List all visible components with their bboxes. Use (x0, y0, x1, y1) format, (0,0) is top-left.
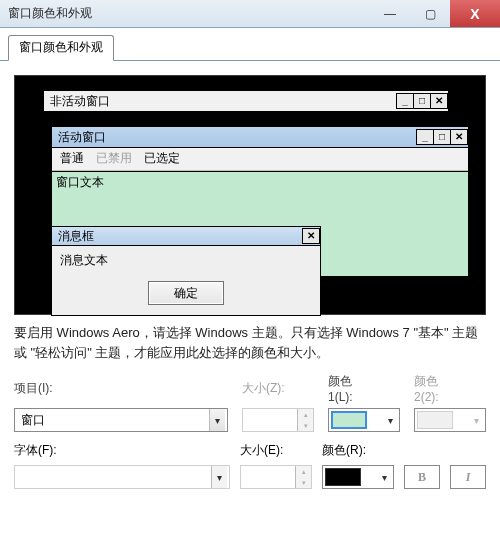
instruction-text: 要启用 Windows Aero，请选择 Windows 主题。只有选择 Win… (14, 315, 486, 373)
size-spinner: ▴▾ (242, 408, 314, 432)
menu-selected: 已选定 (144, 150, 180, 167)
item-combo-value: 窗口 (21, 412, 45, 429)
window-controls: — ▢ X (370, 0, 500, 27)
ok-label: 确定 (174, 285, 198, 302)
size-e-spinner: ▴▾ (240, 465, 312, 489)
italic-toggle[interactable]: I (450, 465, 486, 489)
preview-window-text: 窗口文本 (56, 175, 104, 189)
label-size: 大小(Z): (242, 380, 314, 397)
close-icon: ✕ (302, 228, 320, 244)
preview-stage: 非活动窗口 _ □ ✕ 活动窗口 _ □ ✕ 普通 (14, 75, 486, 315)
preview-messagebox-title: 消息框 (58, 228, 94, 245)
preview-active-titlebar: 活动窗口 _ □ ✕ (51, 126, 469, 148)
tab-appearance[interactable]: 窗口颜色和外观 (8, 35, 114, 61)
color1-swatch (331, 411, 367, 429)
max-icon: □ (433, 129, 451, 145)
preview-ok-button: 确定 (148, 281, 224, 305)
chevron-down-icon (377, 470, 391, 484)
label-color1: 颜色 1(L): (328, 373, 400, 404)
preview-inactive-title: 非活动窗口 (50, 93, 110, 110)
minimize-button[interactable]: — (370, 0, 410, 27)
chevron-down-icon (209, 409, 225, 431)
chevron-down-icon (383, 413, 397, 427)
bold-toggle[interactable]: B (404, 465, 440, 489)
label-font: 字体(F): (14, 442, 230, 459)
titlebar: 窗口颜色和外观 — ▢ X (0, 0, 500, 28)
preview-messagebox-titlebar: 消息框 ✕ (51, 226, 321, 246)
window-title: 窗口颜色和外观 (8, 5, 92, 22)
preview-messagebox-body: 消息文本 确定 (51, 246, 321, 316)
item-combo[interactable]: 窗口 (14, 408, 228, 432)
chevron-down-icon (211, 466, 227, 488)
max-icon: □ (413, 93, 431, 109)
label-item: 项目(I): (14, 380, 228, 397)
controls-row2: ▴▾ B I (14, 465, 486, 489)
close-button[interactable]: X (450, 0, 500, 27)
preview-messagebox: 消息框 ✕ 消息文本 确定 (51, 226, 321, 316)
close-icon: ✕ (430, 93, 448, 109)
controls-row1: 窗口 ▴▾ (14, 408, 486, 432)
label-size-e: 大小(E): (240, 442, 312, 459)
min-icon: _ (396, 93, 414, 109)
spinner-arrows-icon: ▴▾ (297, 409, 313, 431)
label-color-r: 颜色(R): (322, 442, 486, 459)
maximize-button[interactable]: ▢ (410, 0, 450, 27)
tabstrip: 窗口颜色和外观 (0, 28, 500, 61)
preview-active-controls: _ □ ✕ (417, 129, 468, 145)
controls-row2-labels: 字体(F): 大小(E): 颜色(R): (14, 442, 486, 459)
spinner-arrows-icon: ▴▾ (295, 466, 311, 488)
menu-disabled: 已禁用 (96, 150, 132, 167)
preview-messagebox-text: 消息文本 (58, 252, 314, 273)
preview-inactive-controls: _ □ ✕ (397, 93, 448, 109)
menu-normal: 普通 (60, 150, 84, 167)
controls-row1-labels: 项目(I): 大小(Z): 颜色 1(L): 颜色 2(2): (14, 373, 486, 404)
chevron-down-icon (469, 413, 483, 427)
preview-inactive-titlebar: 非活动窗口 _ □ ✕ (43, 90, 449, 112)
preview-active-title: 活动窗口 (58, 129, 106, 146)
close-icon: ✕ (450, 129, 468, 145)
color2-swatch (417, 411, 453, 429)
color-r-button[interactable] (322, 465, 394, 489)
preview-menubar: 普通 已禁用 已选定 (52, 148, 468, 171)
preview-messagebox-controls: ✕ (303, 228, 320, 244)
panel: 非活动窗口 _ □ ✕ 活动窗口 _ □ ✕ 普通 (0, 61, 500, 493)
color-r-swatch (325, 468, 361, 486)
color2-button (414, 408, 486, 432)
color1-button[interactable] (328, 408, 400, 432)
label-color2: 颜色 2(2): (414, 373, 486, 404)
min-icon: _ (416, 129, 434, 145)
font-combo (14, 465, 230, 489)
